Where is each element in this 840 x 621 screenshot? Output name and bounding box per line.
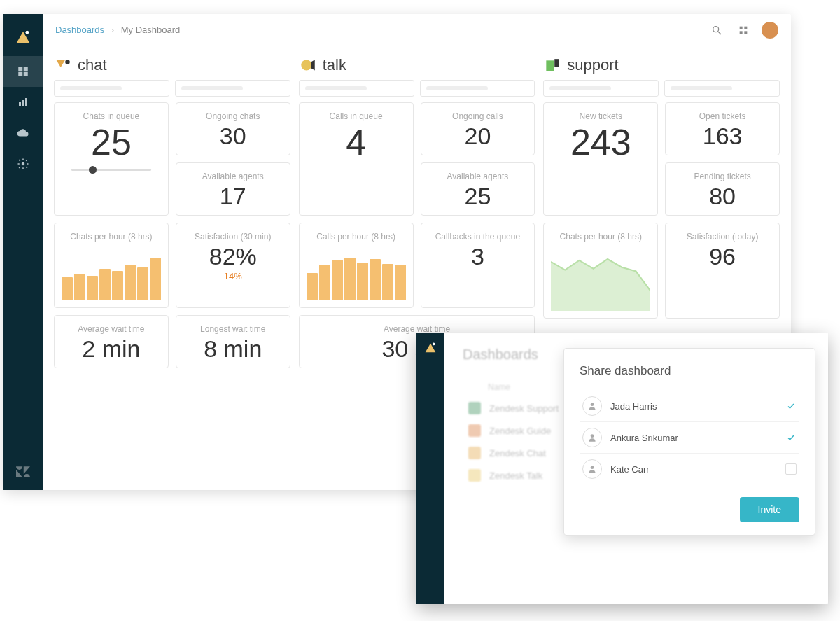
dashboard-name: Zendesk Guide xyxy=(489,426,551,436)
card-callbacks[interactable]: Callbacks in the queue 3 xyxy=(421,223,536,308)
filter-pill[interactable] xyxy=(175,80,290,97)
sidebar-item-reports[interactable] xyxy=(4,87,43,118)
share-user-name: Ankura Srikumar xyxy=(610,433,785,443)
card-longest-wait-chat[interactable]: Longest wait time 8 min xyxy=(176,315,290,368)
card-chats-in-queue[interactable]: Chats in queue 25 xyxy=(54,102,169,216)
card-avg-wait-chat[interactable]: Average wait time 2 min xyxy=(54,315,169,368)
support-area-chart xyxy=(551,251,650,311)
share-user-row[interactable]: Jada Harris xyxy=(580,391,799,422)
card-available-agents-talk[interactable]: Available agents 25 xyxy=(421,162,536,216)
product-icon xyxy=(468,402,481,414)
sidebar-item-settings[interactable] xyxy=(4,148,43,179)
share-sidebar xyxy=(416,333,444,604)
card-open-tickets[interactable]: Open tickets 163 xyxy=(665,102,780,155)
svg-rect-18 xyxy=(547,60,554,71)
threshold-slider[interactable] xyxy=(71,169,150,171)
card-ongoing-chats[interactable]: Ongoing chats 30 xyxy=(176,102,290,155)
filter-pill[interactable] xyxy=(299,80,414,97)
sidebar-item-dashboards[interactable] xyxy=(4,56,43,87)
svg-point-16 xyxy=(65,60,69,64)
svg-point-17 xyxy=(301,60,312,70)
svg-rect-13 xyxy=(744,26,747,29)
share-modal-title: Share dashboard xyxy=(580,364,799,378)
card-ongoing-calls[interactable]: Ongoing calls 20 xyxy=(421,102,536,155)
chat-icon xyxy=(54,57,72,73)
support-icon xyxy=(543,57,561,73)
dashboard-name: Zendesk Chat xyxy=(489,448,546,459)
user-icon xyxy=(582,459,602,479)
svg-rect-15 xyxy=(744,31,747,34)
invite-button[interactable]: Invite xyxy=(740,497,799,522)
share-user-row[interactable]: Ankura Srikumar xyxy=(580,422,799,454)
svg-rect-12 xyxy=(740,26,743,29)
user-icon xyxy=(582,428,602,447)
svg-point-22 xyxy=(591,403,594,406)
filter-pill[interactable] xyxy=(420,80,536,97)
svg-point-9 xyxy=(22,162,25,166)
dashboard-name: Zendesk Support xyxy=(489,403,559,414)
product-logo-icon xyxy=(423,340,438,355)
card-pending-tickets[interactable]: Pending tickets 80 xyxy=(665,162,780,216)
svg-rect-8 xyxy=(25,98,27,106)
product-icon xyxy=(468,447,481,459)
card-label: Chats in queue xyxy=(83,111,140,121)
svg-point-1 xyxy=(26,31,29,34)
check-icon[interactable] xyxy=(785,432,797,443)
svg-point-21 xyxy=(433,343,435,346)
zendesk-logo-icon xyxy=(16,466,30,480)
product-icon xyxy=(468,469,481,482)
talk-header: talk xyxy=(299,56,536,74)
chevron-right-icon: › xyxy=(111,25,114,35)
svg-rect-19 xyxy=(555,59,559,67)
card-support-per-hour[interactable]: Chats per hour (8 hrs) xyxy=(543,223,658,319)
card-chats-per-hour[interactable]: Chats per hour (8 hrs) xyxy=(54,223,169,308)
filter-pill[interactable] xyxy=(543,80,659,97)
card-calls-in-queue[interactable]: Calls in queue 4 xyxy=(299,102,414,216)
svg-rect-5 xyxy=(24,72,28,76)
card-satisfaction-support[interactable]: Satisfaction (today) 96 xyxy=(665,223,780,319)
share-dashboard-window: Dashboards Name Zendesk SupportZendesk G… xyxy=(416,333,828,604)
support-header: support xyxy=(543,56,780,74)
card-new-tickets[interactable]: New tickets 243 xyxy=(543,102,658,216)
chat-filter-row xyxy=(54,80,290,97)
filter-pill[interactable] xyxy=(664,80,780,97)
user-icon xyxy=(582,396,602,416)
product-icon xyxy=(468,424,481,437)
user-avatar[interactable] xyxy=(762,22,778,39)
filter-pill[interactable] xyxy=(54,80,169,97)
card-available-agents-chat[interactable]: Available agents 17 xyxy=(176,162,290,216)
card-satisfaction-chat[interactable]: Satisfaction (30 min) 82% 14% xyxy=(176,223,290,308)
breadcrumb-root[interactable]: Dashboards xyxy=(55,25,104,35)
svg-point-24 xyxy=(591,466,594,469)
svg-rect-2 xyxy=(18,67,22,71)
share-user-name: Kate Carr xyxy=(610,464,785,475)
svg-rect-14 xyxy=(740,31,743,34)
share-user-name: Jada Harris xyxy=(610,401,785,412)
share-user-row[interactable]: Kate Carr xyxy=(580,454,799,484)
svg-rect-4 xyxy=(18,72,22,76)
svg-rect-6 xyxy=(19,102,21,106)
dashboard-name: Zendesk Talk xyxy=(489,470,542,481)
breadcrumb[interactable]: Dashboards › My Dashboard xyxy=(55,25,180,35)
svg-point-10 xyxy=(713,26,719,32)
product-logo-icon xyxy=(13,27,33,46)
svg-line-11 xyxy=(718,32,721,34)
svg-rect-3 xyxy=(24,67,28,71)
chat-column: chat Chats in queue 25 Ongoing chats 30 xyxy=(54,56,290,490)
sidebar-item-cloud[interactable] xyxy=(4,118,43,148)
sidebar xyxy=(4,14,43,490)
svg-point-23 xyxy=(591,434,594,438)
svg-rect-7 xyxy=(22,100,24,106)
share-modal: Share dashboard Jada Harris Ankura Sriku… xyxy=(564,348,816,536)
grid-icon[interactable] xyxy=(735,22,752,39)
check-icon[interactable] xyxy=(785,400,797,412)
talk-bar-chart xyxy=(307,251,406,300)
card-calls-per-hour[interactable]: Calls per hour (8 hrs) xyxy=(299,223,414,308)
search-icon[interactable] xyxy=(708,22,725,39)
topbar: Dashboards › My Dashboard xyxy=(43,14,791,46)
chat-bar-chart xyxy=(62,251,161,300)
card-value: 25 xyxy=(91,124,132,160)
chat-header: chat xyxy=(54,56,290,74)
breadcrumb-current: My Dashboard xyxy=(121,25,181,35)
checkbox-empty[interactable] xyxy=(785,463,797,475)
